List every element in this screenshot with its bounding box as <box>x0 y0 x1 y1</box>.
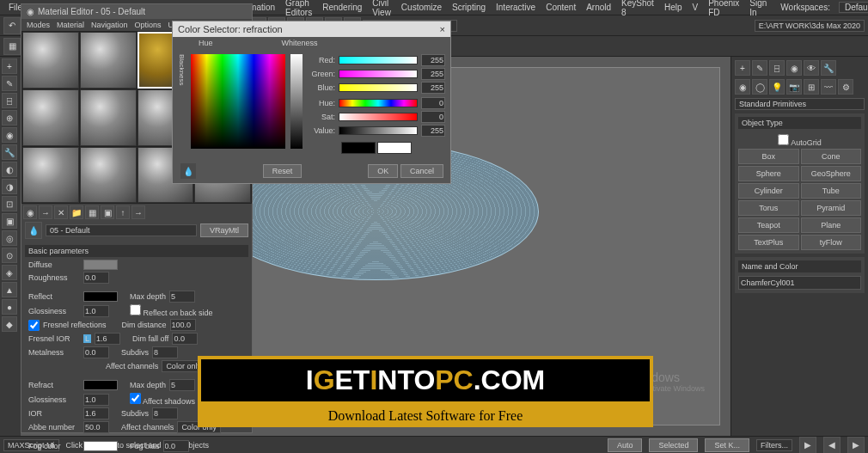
cancel-button[interactable]: Cancel <box>400 164 443 178</box>
dim-dist-spinner[interactable] <box>170 319 196 331</box>
reset-map-icon[interactable]: ✕ <box>54 205 68 219</box>
modify-tab-icon[interactable]: ✎ <box>752 60 767 76</box>
box-button[interactable]: Box <box>738 149 799 164</box>
max-depth-spinner[interactable] <box>169 291 195 303</box>
cameras-icon[interactable]: 📷 <box>786 79 802 95</box>
refract-max-depth-spinner[interactable] <box>169 379 195 391</box>
basic-params-header[interactable]: Basic parameters <box>25 245 248 257</box>
ok-button[interactable]: OK <box>368 164 398 178</box>
roughness-spinner[interactable] <box>83 272 109 284</box>
material-slot[interactable] <box>22 32 79 89</box>
old-color-swatch[interactable] <box>341 142 376 154</box>
material-editor-titlebar[interactable]: ◉ Material Editor - 05 - Default <box>21 4 252 19</box>
cone-button[interactable]: Cone <box>801 149 862 164</box>
tool-icon[interactable]: ▣ <box>2 213 17 229</box>
shapes-icon[interactable]: ◯ <box>752 79 767 95</box>
undo-icon[interactable]: ↶ <box>3 17 21 34</box>
refract-gloss-spinner[interactable] <box>83 394 109 406</box>
teapot-button[interactable]: Teapot <box>738 217 799 233</box>
sat-input[interactable] <box>421 111 445 123</box>
menu-rendering[interactable]: Rendering <box>317 3 367 12</box>
material-slot[interactable] <box>80 147 137 204</box>
go-forward-icon[interactable]: → <box>131 205 145 219</box>
menu-help[interactable]: Help <box>659 3 688 12</box>
key-filters-dropdown[interactable]: Filters... <box>756 439 792 451</box>
hierarchy-tab-icon[interactable]: ⌸ <box>769 60 785 76</box>
tool-icon[interactable]: ▦ <box>3 38 21 55</box>
close-icon[interactable]: × <box>440 24 445 34</box>
mat-material[interactable]: Material <box>57 21 84 29</box>
material-slot[interactable] <box>22 147 79 204</box>
whiteness-slider[interactable] <box>290 54 303 149</box>
tyflow-button[interactable]: tyFlow <box>801 235 862 250</box>
abbe-spinner[interactable] <box>83 421 109 433</box>
geometry-icon[interactable]: ◉ <box>735 79 750 95</box>
sat-slider[interactable] <box>339 113 418 121</box>
hue-gradient[interactable] <box>191 54 285 149</box>
cylinder-button[interactable]: Cylinder <box>738 183 799 199</box>
tool-icon[interactable]: ⊡ <box>2 196 17 211</box>
signin-link[interactable]: Sign In <box>744 0 772 17</box>
motion-icon[interactable]: ⊕ <box>2 110 17 125</box>
mat-modes[interactable]: Modes <box>27 21 50 29</box>
textplus-button[interactable]: TextPlus <box>738 235 799 250</box>
green-input[interactable] <box>421 68 445 80</box>
tool-icon[interactable]: ⊙ <box>2 248 17 263</box>
tool-icon[interactable]: ◆ <box>2 316 17 332</box>
show-end-icon[interactable]: ▣ <box>101 205 114 219</box>
autogrid-checkbox[interactable] <box>778 134 789 145</box>
hue-input[interactable] <box>421 97 445 109</box>
metalness-spinner[interactable] <box>83 346 109 358</box>
tube-button[interactable]: Tube <box>801 183 862 199</box>
set-key-button[interactable]: Set K... <box>705 438 749 452</box>
utilities-tab-icon[interactable]: 🔧 <box>821 60 836 76</box>
lights-icon[interactable]: 💡 <box>769 79 785 95</box>
mat-options[interactable]: Options <box>135 21 162 29</box>
pyramid-button[interactable]: Pyramid <box>801 200 862 216</box>
plane-button[interactable]: Plane <box>801 217 862 233</box>
menu-civil-view[interactable]: Civil View <box>367 0 396 17</box>
material-slot[interactable] <box>22 89 79 146</box>
refract-subdivs-spinner[interactable] <box>152 407 178 419</box>
modify-icon[interactable]: ✎ <box>2 76 17 91</box>
display-tab-icon[interactable]: 👁 <box>804 60 819 76</box>
menu-keyshot[interactable]: KeyShot 8 <box>616 0 659 17</box>
systems-icon[interactable]: ⚙ <box>838 79 853 95</box>
menu-customize[interactable]: Customize <box>396 3 447 12</box>
tool-icon[interactable]: ◑ <box>2 179 17 194</box>
glossiness-spinner[interactable] <box>83 305 109 317</box>
display-icon[interactable]: ◉ <box>2 127 17 143</box>
value-slider[interactable] <box>339 126 418 135</box>
reflect-swatch[interactable] <box>83 291 118 302</box>
hierarchy-icon[interactable]: ⌸ <box>2 93 17 108</box>
prev-frame-icon[interactable]: ◀ <box>823 437 840 454</box>
tool-icon[interactable]: ◐ <box>2 162 17 177</box>
tool-icon[interactable]: ● <box>2 299 17 315</box>
diffuse-swatch[interactable] <box>83 260 118 270</box>
fog-bias-spinner[interactable] <box>163 440 189 452</box>
tool-icon[interactable]: ▲ <box>2 282 17 297</box>
lock-icon[interactable]: L <box>83 334 91 343</box>
menu-scripting[interactable]: Scripting <box>447 3 491 12</box>
object-name-input[interactable] <box>738 276 861 290</box>
create-tab-icon[interactable]: + <box>735 60 750 76</box>
file-path-input[interactable]: E:\ART WORK\3ds Max 2020 <box>755 20 865 32</box>
fresnel-ior-spinner[interactable] <box>95 333 120 345</box>
selected-button[interactable]: Selected <box>649 438 698 452</box>
next-frame-icon[interactable]: ▶ <box>847 437 865 454</box>
geosphere-button[interactable]: GeoSphere <box>801 166 862 181</box>
refract-swatch[interactable] <box>83 380 118 390</box>
utilities-icon[interactable]: 🔧 <box>2 144 17 160</box>
tool-icon[interactable]: ◎ <box>2 230 17 246</box>
material-slot[interactable] <box>80 32 137 89</box>
menu-graph-editors[interactable]: Graph Editors <box>280 0 317 17</box>
create-icon[interactable]: + <box>2 58 17 74</box>
torus-button[interactable]: Torus <box>738 200 799 216</box>
sphere-button[interactable]: Sphere <box>738 166 799 181</box>
get-material-icon[interactable]: ◉ <box>23 205 37 219</box>
material-name-input[interactable] <box>46 224 197 236</box>
color-selector-titlebar[interactable]: Color Selector: refraction × <box>173 21 450 37</box>
reset-button[interactable]: Reset <box>263 164 303 178</box>
show-map-icon[interactable]: ▦ <box>85 205 99 219</box>
red-slider[interactable] <box>339 56 418 64</box>
